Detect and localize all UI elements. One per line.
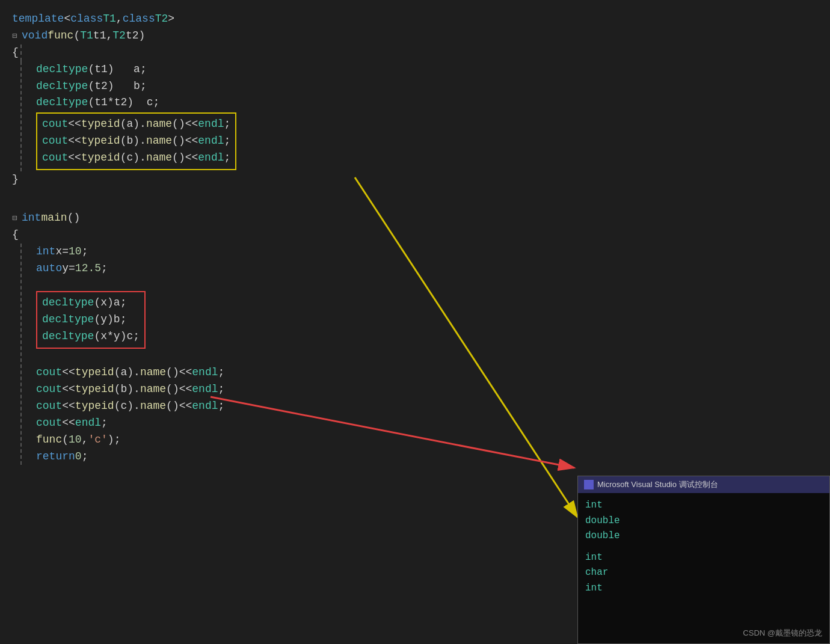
func-call: func(10, 'c'); (12, 432, 830, 449)
cout-typeid-a: cout << typeid(a).name() << endl; (42, 116, 230, 133)
console-line-int1: int (585, 498, 822, 514)
return-0: return 0; (12, 449, 830, 465)
cout-typeid-b: cout << typeid(b).name() << endl; (42, 133, 230, 150)
main-cout-b: cout << typeid(b).name() << endl; (12, 381, 830, 398)
watermark: CSDN @戴墨镜的恐龙 (743, 628, 822, 639)
main-cout-endl: cout << endl; (12, 415, 830, 432)
main-cout-c: cout << typeid(c).name() << endl; (12, 398, 830, 415)
decl-y-b: decltype(y) b; (42, 311, 140, 328)
console-body: int double double int char int (578, 493, 829, 601)
decl-x-a: decltype(x) a; (42, 295, 140, 311)
decl-t1t2-c: decltype(t1*t2) c; (12, 94, 830, 111)
console-line-char: char (585, 565, 822, 581)
cout-typeid-c: cout << typeid(c).name() << endl; (42, 150, 230, 167)
int-x: int x = 10; (12, 244, 830, 260)
collapse-icon-main: ⊟ (12, 212, 20, 225)
auto-y: auto y = 12.5; (12, 260, 830, 277)
console-line-double1: double (585, 514, 822, 529)
keyword-template: template (12, 11, 64, 28)
code-editor: template<class T1,class T2> ⊟void func(T… (0, 0, 830, 476)
func-signature-line: ⊟void func(T1 t1, T2 t2) (12, 28, 830, 44)
close-brace-func: } (12, 171, 830, 188)
console-title-bar: Microsoft Visual Studio 调试控制台 (578, 476, 829, 493)
console-title: Microsoft Visual Studio 调试控制台 (597, 479, 718, 490)
console-line-int2: int (585, 550, 822, 566)
console-line-int3: int (585, 581, 822, 596)
collapse-icon: ⊟ (12, 30, 20, 43)
template-line: template<class T1,class T2> (12, 11, 830, 28)
main-signature-line: ⊟int main() (12, 210, 830, 227)
console-line-double2: double (585, 529, 822, 544)
decl-xy-c: decltype(x * y) c; (42, 328, 140, 345)
open-brace-main: { (12, 227, 830, 244)
red-box: decltype(x) a; decltype(y) b; decltype(x… (36, 291, 146, 349)
decl-t2-b: decltype(t2) b; (12, 78, 830, 95)
vs-icon (584, 480, 594, 489)
yellow-box: cout << typeid(a).name() << endl; cout <… (36, 112, 236, 170)
decl-t1-a: decltype(t1) a; (12, 61, 830, 78)
main-cout-a: cout << typeid(a).name() << endl; (12, 364, 830, 381)
open-brace-func: { (12, 44, 830, 61)
console-window: Microsoft Visual Studio 调试控制台 int double… (577, 476, 830, 644)
